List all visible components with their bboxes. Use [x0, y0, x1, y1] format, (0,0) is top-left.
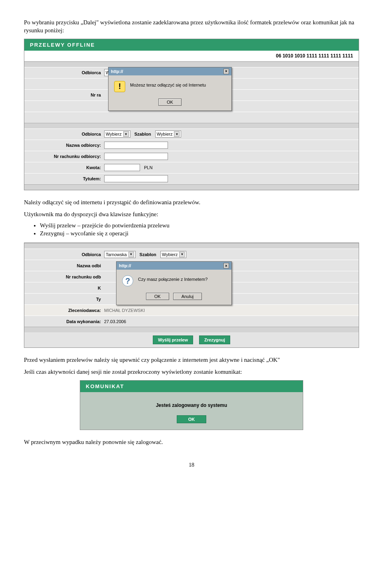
label-nazwa-short: Nazwa odbi — [24, 263, 104, 268]
label-nazwa-odbiorcy: Nazwa odbiorcy: — [24, 143, 104, 148]
paragraph-disconnect: Należy odłączyć się od internetu i przys… — [24, 198, 359, 206]
label-kwota: Kwota: — [24, 165, 104, 170]
dialog-message: Czy masz połączenie z Internetem? — [138, 275, 207, 282]
select-szablon-2[interactable]: Wybierz ▼ — [155, 130, 182, 138]
panel-header: PRZELEWY OFFLINE — [24, 39, 359, 51]
label-nr-rachunku-short: Nr rachunku odb — [24, 274, 104, 279]
intro-paragraph-1: Po wybraniu przycisku „Dalej" wyświetlon… — [24, 18, 359, 35]
send-transfer-button[interactable]: Wyślij przelew — [153, 335, 193, 344]
label-ty: Ty — [24, 297, 104, 302]
input-kwota[interactable] — [104, 164, 140, 171]
dialog-message: Możesz teraz odłączyć się od Internetu — [130, 81, 206, 87]
dialog-disconnect: http:// × ! Możesz teraz odłączyć się od… — [108, 67, 232, 111]
screenshot-transfer-form-2: Odbiorca Tarnowska ▼ Szablon Wybierz ▼ N… — [24, 243, 359, 348]
dialog-title: http:// — [119, 263, 131, 268]
screenshot-transfer-form-1: PRZELEWY OFFLINE 06 1010 1010 1111 1111 … — [24, 39, 359, 190]
value-data-wykonania: 27.03.2006 — [104, 319, 126, 324]
cancel-button[interactable]: Zrezygnuj — [199, 335, 230, 344]
chevron-down-icon: ▼ — [174, 131, 180, 137]
label-nr-rachunku: Nr rachunku odbiorcy: — [24, 154, 104, 159]
label-data-wykonania: Data wykonania: — [24, 319, 104, 324]
label-zleceniodawca: Zleceniodawca: — [24, 308, 104, 313]
label-odbiorca: Odbiorca — [24, 252, 104, 257]
paragraph-relogin: W przeciwnym wypadku należy ponownie się… — [24, 438, 359, 446]
chevron-down-icon: ▼ — [128, 252, 134, 257]
function-keys-list: Wyślij przelew – przejście do potwierdze… — [40, 222, 359, 237]
komunikat-message: Jesteś zalogowany do systemu — [80, 403, 303, 408]
label-k: K — [24, 286, 104, 290]
value-zleceniodawca: MICHAŁ DYZEWSKI — [104, 308, 145, 313]
select-odbiorca[interactable]: Tarnowska ▼ — [104, 251, 136, 258]
label-odbiorca: Odbiorca — [24, 70, 104, 75]
select-value: Wybierz — [157, 132, 173, 136]
paragraph-before-send: Przed wysłaniem przelewów należy się upe… — [24, 356, 359, 364]
list-item: Zrezygnuj – wycofanie się z operacji — [40, 230, 359, 237]
select-value: Wybierz — [106, 132, 122, 136]
dialog-connection: http:// × ? Czy masz połączenie z Intern… — [116, 261, 232, 305]
close-icon[interactable]: × — [223, 263, 229, 268]
input-nazwa-odbiorcy[interactable] — [104, 142, 168, 149]
paragraph-keys-intro: Użytkownik ma do dyspozycji dwa klawisze… — [24, 210, 359, 218]
close-icon[interactable]: × — [223, 69, 229, 74]
label-tytulem: Tytułem: — [24, 176, 104, 181]
currency-label: PLN — [144, 165, 152, 170]
select-odbiorca-2[interactable]: Wybierz ▼ — [104, 130, 130, 138]
label-szablon-2: Szablon — [134, 132, 151, 136]
select-value: Tarnowska — [106, 252, 127, 257]
dialog-ok-button[interactable]: OK — [158, 99, 182, 106]
question-icon: ? — [122, 275, 133, 286]
select-value: Wybierz — [162, 252, 178, 257]
dialog-ok-button[interactable]: OK — [146, 293, 169, 300]
label-nr-rachunku-short: Nr ra — [24, 93, 104, 97]
account-number: 06 1010 1010 1111 1111 1111 1111 — [24, 51, 359, 61]
select-szablon[interactable]: Wybierz ▼ — [160, 251, 187, 258]
input-tytulem[interactable] — [104, 175, 168, 182]
screenshot-komunikat: KOMUNIKAT Jesteś zalogowany do systemu O… — [80, 380, 303, 430]
paragraph-session: Jeśli czas aktywności danej sesji nie zo… — [24, 368, 359, 376]
input-nr-rachunku[interactable] — [104, 153, 168, 160]
chevron-down-icon: ▼ — [179, 252, 185, 257]
label-odbiorca-2: Odbiorca — [24, 132, 104, 136]
dialog-cancel-button[interactable]: Anuluj — [173, 293, 202, 300]
dialog-title: http:// — [111, 69, 123, 74]
page-number: 18 — [24, 462, 359, 468]
komunikat-header: KOMUNIKAT — [80, 381, 303, 392]
warning-icon: ! — [114, 81, 125, 92]
komunikat-ok-button[interactable]: OK — [177, 415, 207, 423]
chevron-down-icon: ▼ — [123, 131, 129, 137]
label-szablon: Szablon — [140, 252, 156, 257]
list-item: Wyślij przelew – przejście do potwierdze… — [40, 222, 359, 229]
